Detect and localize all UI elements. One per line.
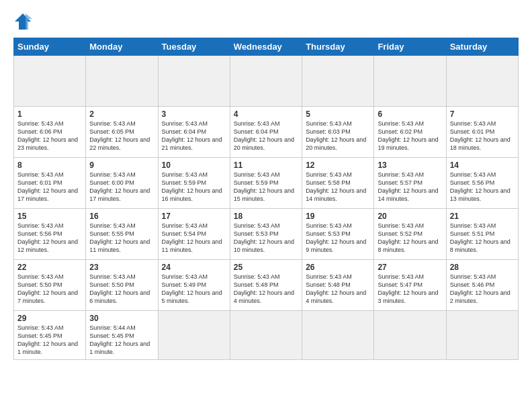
day-info: Sunrise: 5:44 AMSunset: 5:45 PMDaylight:… [89,324,154,357]
calendar-cell: 17Sunrise: 5:43 AMSunset: 5:54 PMDayligh… [158,209,230,260]
day-number: 5 [306,109,370,119]
calendar-cell [14,56,86,107]
day-info: Sunrise: 5:43 AMSunset: 5:53 PMDaylight:… [306,222,370,255]
calendar-cell [446,56,518,107]
day-number: 21 [450,212,515,221]
calendar-cell [374,311,446,360]
day-info: Sunrise: 5:43 AMSunset: 6:01 PMDaylight:… [450,120,515,152]
week-row-1 [14,56,519,107]
week-row-2: 1Sunrise: 5:43 AMSunset: 6:06 PMDaylight… [14,107,519,158]
weekday-saturday: Saturday [446,38,518,56]
calendar-cell: 19Sunrise: 5:43 AMSunset: 5:53 PMDayligh… [302,209,374,260]
week-row-6: 29Sunrise: 5:43 AMSunset: 5:45 PMDayligh… [14,311,519,360]
week-row-3: 8Sunrise: 5:43 AMSunset: 6:01 PMDaylight… [14,158,519,209]
day-info: Sunrise: 5:43 AMSunset: 5:54 PMDaylight:… [162,222,226,255]
day-info: Sunrise: 5:43 AMSunset: 5:55 PMDaylight:… [89,222,154,255]
calendar-cell: 4Sunrise: 5:43 AMSunset: 6:04 PMDaylight… [230,107,302,158]
calendar-cell: 26Sunrise: 5:43 AMSunset: 5:48 PMDayligh… [302,260,374,311]
calendar-cell [158,311,230,360]
calendar-cell: 10Sunrise: 5:43 AMSunset: 5:59 PMDayligh… [158,158,230,209]
weekday-thursday: Thursday [302,38,374,56]
calendar-cell [374,56,446,107]
day-number: 18 [234,212,298,221]
calendar-cell [230,56,302,107]
day-info: Sunrise: 5:43 AMSunset: 5:49 PMDaylight:… [162,273,226,306]
day-number: 1 [17,109,82,119]
day-number: 22 [17,263,82,272]
day-info: Sunrise: 5:43 AMSunset: 5:58 PMDaylight:… [306,171,370,203]
calendar-cell: 14Sunrise: 5:43 AMSunset: 5:56 PMDayligh… [446,158,518,209]
day-number: 8 [17,161,82,170]
day-number: 29 [17,314,82,323]
calendar-cell [86,56,158,107]
calendar-cell: 3Sunrise: 5:43 AMSunset: 6:04 PMDaylight… [158,107,230,158]
calendar-cell: 12Sunrise: 5:43 AMSunset: 5:58 PMDayligh… [302,158,374,209]
calendar-cell: 15Sunrise: 5:43 AMSunset: 5:56 PMDayligh… [14,209,86,260]
day-info: Sunrise: 5:43 AMSunset: 5:59 PMDaylight:… [162,171,226,203]
day-info: Sunrise: 5:43 AMSunset: 6:04 PMDaylight:… [162,120,226,152]
calendar-cell: 21Sunrise: 5:43 AMSunset: 5:51 PMDayligh… [446,209,518,260]
day-info: Sunrise: 5:43 AMSunset: 6:05 PMDaylight:… [89,120,154,152]
day-info: Sunrise: 5:43 AMSunset: 6:06 PMDaylight:… [17,120,82,152]
day-info: Sunrise: 5:43 AMSunset: 5:48 PMDaylight:… [306,273,370,306]
day-info: Sunrise: 5:43 AMSunset: 5:56 PMDaylight:… [17,222,82,255]
calendar-cell [230,311,302,360]
calendar-cell: 7Sunrise: 5:43 AMSunset: 6:01 PMDaylight… [446,107,518,158]
weekday-friday: Friday [374,38,446,56]
day-number: 6 [378,109,442,119]
day-number: 24 [162,263,226,272]
day-number: 25 [234,263,298,272]
day-info: Sunrise: 5:43 AMSunset: 5:57 PMDaylight:… [378,171,442,203]
day-info: Sunrise: 5:43 AMSunset: 5:46 PMDaylight:… [450,273,515,306]
calendar-cell: 13Sunrise: 5:43 AMSunset: 5:57 PMDayligh… [374,158,446,209]
day-info: Sunrise: 5:43 AMSunset: 5:50 PMDaylight:… [17,273,82,306]
calendar-cell [302,56,374,107]
calendar-cell: 16Sunrise: 5:43 AMSunset: 5:55 PMDayligh… [86,209,158,260]
day-info: Sunrise: 5:43 AMSunset: 5:45 PMDaylight:… [17,324,82,357]
calendar-cell: 28Sunrise: 5:43 AMSunset: 5:46 PMDayligh… [446,260,518,311]
day-number: 14 [450,161,515,170]
day-info: Sunrise: 5:43 AMSunset: 6:03 PMDaylight:… [306,120,370,152]
calendar-cell [302,311,374,360]
calendar-cell: 23Sunrise: 5:43 AMSunset: 5:50 PMDayligh… [86,260,158,311]
day-number: 15 [17,212,82,221]
day-info: Sunrise: 5:43 AMSunset: 6:04 PMDaylight:… [234,120,298,152]
day-number: 3 [162,109,226,119]
calendar-cell: 27Sunrise: 5:43 AMSunset: 5:47 PMDayligh… [374,260,446,311]
calendar-cell: 8Sunrise: 5:43 AMSunset: 6:01 PMDaylight… [14,158,86,209]
calendar-cell: 18Sunrise: 5:43 AMSunset: 5:53 PMDayligh… [230,209,302,260]
calendar-cell: 22Sunrise: 5:43 AMSunset: 5:50 PMDayligh… [14,260,86,311]
calendar-cell [158,56,230,107]
calendar-cell: 11Sunrise: 5:43 AMSunset: 5:59 PMDayligh… [230,158,302,209]
calendar-cell: 5Sunrise: 5:43 AMSunset: 6:03 PMDaylight… [302,107,374,158]
day-info: Sunrise: 5:43 AMSunset: 6:01 PMDaylight:… [17,171,82,203]
weekday-sunday: Sunday [14,38,86,56]
day-info: Sunrise: 5:43 AMSunset: 5:56 PMDaylight:… [450,171,515,203]
day-number: 10 [162,161,226,170]
week-row-5: 22Sunrise: 5:43 AMSunset: 5:50 PMDayligh… [14,260,519,311]
day-number: 27 [378,263,442,272]
day-number: 30 [89,314,154,323]
weekday-tuesday: Tuesday [158,38,230,56]
weekday-wednesday: Wednesday [230,38,302,56]
day-number: 9 [89,161,154,170]
day-info: Sunrise: 5:43 AMSunset: 6:00 PMDaylight:… [89,171,154,203]
day-number: 26 [306,263,370,272]
calendar-cell: 25Sunrise: 5:43 AMSunset: 5:48 PMDayligh… [230,260,302,311]
day-number: 28 [450,263,515,272]
calendar-cell: 29Sunrise: 5:43 AMSunset: 5:45 PMDayligh… [14,311,86,360]
day-info: Sunrise: 5:43 AMSunset: 5:59 PMDaylight:… [234,171,298,203]
day-number: 16 [89,212,154,221]
day-info: Sunrise: 5:43 AMSunset: 5:51 PMDaylight:… [450,222,515,255]
day-info: Sunrise: 5:43 AMSunset: 5:48 PMDaylight:… [234,273,298,306]
calendar-cell: 6Sunrise: 5:43 AMSunset: 6:02 PMDaylight… [374,107,446,158]
logo [13,12,35,31]
logo-icon [13,12,32,31]
calendar-cell: 2Sunrise: 5:43 AMSunset: 6:05 PMDaylight… [86,107,158,158]
day-number: 13 [378,161,442,170]
calendar-cell: 30Sunrise: 5:44 AMSunset: 5:45 PMDayligh… [86,311,158,360]
day-number: 23 [89,263,154,272]
calendar-cell: 1Sunrise: 5:43 AMSunset: 6:06 PMDaylight… [14,107,86,158]
day-number: 2 [89,109,154,119]
header [13,12,519,31]
